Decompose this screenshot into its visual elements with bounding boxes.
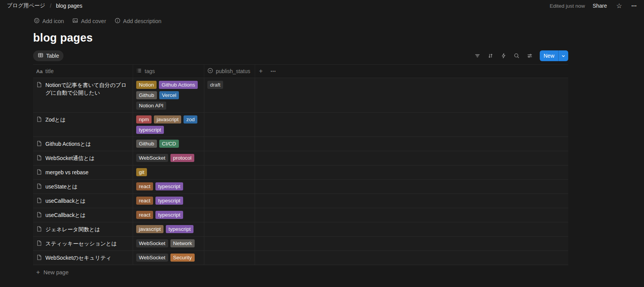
new-page-button[interactable]: + New page (33, 265, 568, 280)
cell-empty (255, 78, 568, 112)
tag-pill: Network (170, 239, 195, 247)
cell-title[interactable]: Github Actionsとは (33, 137, 133, 151)
table-row[interactable]: Zodとはnpmjavascriptzodtypescript (33, 113, 568, 137)
tab-table-view[interactable]: Table (33, 50, 63, 61)
cell-title[interactable]: Notionで記事を書いて自分のブログに自動で公開したい (33, 78, 133, 112)
cell-tags[interactable]: reacttypescript (133, 194, 204, 208)
cell-publish-status[interactable] (204, 208, 255, 222)
page-icon (36, 169, 42, 177)
add-icon-button[interactable]: Add icon (33, 17, 65, 25)
cell-tags[interactable]: NotionGithub ActionsGithubVercelNotion A… (133, 78, 204, 112)
page-title-text: スティッキーセッションとは (45, 239, 117, 247)
info-icon (115, 18, 120, 25)
search-icon[interactable] (511, 50, 522, 61)
breadcrumb-parent[interactable]: ブログ用ページ (5, 2, 47, 10)
page-icon (36, 240, 42, 248)
add-description-button[interactable]: Add description (114, 17, 162, 25)
page-title-text: useCallbackとは (45, 211, 86, 219)
table-row[interactable]: useCallbackとはreacttypescript (33, 208, 568, 222)
page-icon (36, 140, 42, 148)
plus-icon: + (259, 67, 263, 75)
cell-publish-status[interactable] (204, 251, 255, 265)
edited-status: Edited just now (550, 3, 585, 9)
cell-tags[interactable]: reacttypescript (133, 208, 204, 222)
plus-icon: + (36, 269, 40, 276)
cell-publish-status[interactable] (204, 137, 255, 151)
table-row[interactable]: mergeb vs rebasegit (33, 165, 568, 180)
new-button[interactable]: New (540, 50, 558, 61)
cell-title[interactable]: useStateとは (33, 180, 133, 194)
breadcrumb: ブログ用ページ / blog pages (5, 2, 84, 10)
new-split-button: New (540, 50, 568, 61)
sort-icon[interactable] (485, 50, 496, 61)
tag-pill: Notion (136, 81, 157, 89)
view-toolbar: New (472, 50, 568, 61)
tag-pill: typescript (136, 126, 164, 134)
cell-publish-status[interactable]: draft (204, 78, 255, 112)
page-title[interactable]: blog pages (33, 32, 568, 44)
cell-title[interactable]: スティッキーセッションとは (33, 237, 133, 250)
cell-tags[interactable]: npmjavascriptzodtypescript (133, 113, 204, 137)
cell-publish-status[interactable] (204, 222, 255, 236)
table-row[interactable]: useCallbackとはreacttypescript (33, 194, 568, 208)
cell-title[interactable]: useCallbackとは (33, 208, 133, 222)
page-icon (36, 116, 42, 124)
page-title-text: useStateとは (45, 182, 78, 190)
cell-publish-status[interactable] (204, 237, 255, 250)
tag-pill: Notion API (136, 102, 166, 110)
tag-pill: react (136, 197, 153, 205)
breadcrumb-current[interactable]: blog pages (55, 2, 84, 10)
tag-pill: WebSocket (136, 239, 168, 247)
cell-empty (255, 194, 568, 208)
cell-title[interactable]: mergeb vs rebase (33, 165, 133, 179)
tag-pill: javascript (154, 115, 181, 123)
table-row[interactable]: ジェネレータ関数とはjavascripttypescript (33, 222, 568, 237)
cell-publish-status[interactable] (204, 151, 255, 165)
filter-icon[interactable] (472, 50, 483, 61)
chevron-down-icon[interactable] (558, 50, 568, 61)
table-row[interactable]: WebSocket通信とはWebSocketprotocol (33, 151, 568, 165)
cell-publish-status[interactable] (204, 194, 255, 208)
tag-pill: react (136, 182, 153, 190)
table-row[interactable]: スティッキーセッションとはWebSocketNetwork (33, 237, 568, 251)
cell-tags[interactable]: git (133, 165, 204, 179)
share-button[interactable]: Share (591, 2, 608, 10)
cell-title[interactable]: WebSocket通信とは (33, 151, 133, 165)
column-header-publish-status[interactable]: publish_status (204, 65, 255, 78)
view-bar: Table New (33, 50, 568, 65)
cell-title[interactable]: useCallbackとは (33, 194, 133, 208)
tag-pill: typescript (166, 225, 194, 233)
cell-empty (255, 237, 568, 250)
table-row[interactable]: WebSocketのセキュリティWebSocketSecurity (33, 251, 568, 265)
page-icon (36, 254, 42, 262)
tag-pill: git (136, 168, 147, 176)
table-row[interactable]: Notionで記事を書いて自分のブログに自動で公開したいNotionGithub… (33, 78, 568, 113)
lightning-icon[interactable] (498, 50, 509, 61)
cell-tags[interactable]: GithubCI/CD (133, 137, 204, 151)
cell-title[interactable]: Zodとは (33, 113, 133, 137)
sliders-icon[interactable] (524, 50, 535, 61)
cell-publish-status[interactable] (204, 165, 255, 179)
table-row[interactable]: useStateとはreacttypescript (33, 180, 568, 194)
table-options-icon[interactable]: ⋯ (267, 65, 280, 78)
cell-title[interactable]: ジェネレータ関数とは (33, 222, 133, 236)
cell-tags[interactable]: javascripttypescript (133, 222, 204, 236)
cell-tags[interactable]: WebSocketNetwork (133, 237, 204, 250)
cell-title[interactable]: WebSocketのセキュリティ (33, 251, 133, 265)
cell-publish-status[interactable] (204, 113, 255, 137)
cell-tags[interactable]: reacttypescript (133, 180, 204, 194)
add-column-button[interactable]: + (255, 65, 267, 78)
favorite-star-icon[interactable]: ☆ (615, 1, 624, 11)
column-header-tags[interactable]: tags (133, 65, 204, 78)
cell-publish-status[interactable] (204, 180, 255, 194)
tag-pill: zod (184, 115, 197, 123)
cell-tags[interactable]: WebSocketprotocol (133, 151, 204, 165)
cell-empty (255, 180, 568, 194)
column-header-title[interactable]: Aa title (33, 65, 133, 78)
more-options-icon[interactable]: ⋯ (630, 2, 639, 10)
cell-empty (255, 208, 568, 222)
add-cover-button[interactable]: Add cover (72, 17, 107, 25)
table-row[interactable]: Github ActionsとはGithubCI/CD (33, 137, 568, 151)
page-icon (36, 212, 42, 219)
cell-tags[interactable]: WebSocketSecurity (133, 251, 204, 265)
